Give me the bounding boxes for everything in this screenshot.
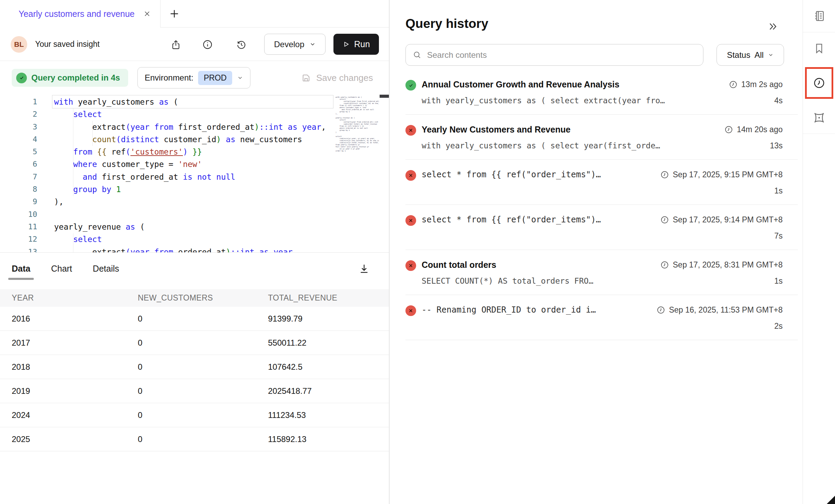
tab-data[interactable]: Data <box>12 264 30 289</box>
history-item-duration: 13s <box>770 141 783 151</box>
code-line[interactable]: and first_ordered_at is not null <box>54 171 333 183</box>
editor-code[interactable]: with yearly_customers as ( select extrac… <box>54 96 333 252</box>
sql-editor[interactable]: 12345678910111213 with yearly_customers … <box>0 95 389 252</box>
history-item-snippet: with yearly_customers as ( select year(f… <box>422 141 724 151</box>
error-x-icon <box>405 215 416 226</box>
save-icon <box>301 73 311 83</box>
search-icon <box>413 50 422 60</box>
save-changes-button[interactable]: Save changes <box>301 61 373 95</box>
code-line[interactable]: with yearly_customers as ( <box>54 96 333 108</box>
save-changes-label: Save changes <box>316 73 373 83</box>
clock-icon <box>660 170 669 179</box>
history-list: Annual Customer Growth and Revenue Analy… <box>405 74 803 340</box>
cursor-artifact <box>827 496 835 504</box>
environment-label: Environment: <box>145 73 193 83</box>
history-item[interactable]: select * from {{ ref("order_items")…Sep … <box>405 205 798 250</box>
history-item-time: Sep 17, 2025, 9:14 PM GMT+8 <box>660 215 783 224</box>
table-cell: 2016 <box>12 314 138 324</box>
line-number: 13 <box>0 246 37 252</box>
history-item[interactable]: Annual Customer Growth and Revenue Analy… <box>405 74 798 115</box>
history-item-title: select * from {{ ref("order_items")… <box>422 215 660 224</box>
code-line[interactable]: select <box>54 233 333 245</box>
code-line[interactable]: extract(year from first_ordered_at)::int… <box>54 121 333 133</box>
column-header: TOTAL_REVENUE <box>268 293 389 303</box>
code-line[interactable]: where customer_type = 'new' <box>54 158 333 170</box>
history-item[interactable]: -- Renaming ORDER_ID to order_id i…Sep 1… <box>405 295 798 340</box>
line-number: 11 <box>0 221 37 233</box>
chevron-down-icon <box>309 41 316 48</box>
close-tab-icon[interactable] <box>143 10 151 18</box>
info-icon <box>202 39 213 50</box>
info-button[interactable] <box>202 39 213 50</box>
bookmarks-button[interactable] <box>803 32 835 64</box>
history-item-duration: 1s <box>774 276 783 286</box>
code-line[interactable]: yearly_revenue as ( <box>54 221 333 233</box>
line-number: 6 <box>0 158 37 170</box>
indent-guide <box>73 108 73 196</box>
history-item-title: select * from {{ ref("order_items")… <box>422 170 660 179</box>
code-line[interactable]: count(distinct customer_id) as new_custo… <box>54 133 333 146</box>
editor-scrollbar[interactable] <box>380 95 389 252</box>
history-item-time: 14m 20s ago <box>724 125 783 134</box>
table-cell: 91399.79 <box>268 314 389 324</box>
code-line[interactable]: extract(year from ordered_at)::int as ye… <box>54 246 333 252</box>
history-item-timestamp: 13m 2s ago <box>741 80 783 89</box>
new-tab-button[interactable] <box>167 7 181 21</box>
share-button[interactable] <box>170 39 181 50</box>
search-box[interactable] <box>405 44 703 66</box>
editor-minimap[interactable]: with yearly_customers as ( select extrac… <box>336 96 379 152</box>
environment-dropdown[interactable]: Environment: PROD <box>137 67 250 88</box>
tab-details[interactable]: Details <box>93 264 119 289</box>
editor-panel: Yearly customers and revenue BL Your sav… <box>0 0 390 504</box>
panel-title: Query history <box>405 17 803 31</box>
query-status-text: Query completed in 4s <box>31 73 120 83</box>
scrollbar-thumb[interactable] <box>380 95 389 98</box>
version-history-button[interactable] <box>236 39 247 50</box>
status-filter-dropdown[interactable]: Status All <box>717 44 784 66</box>
run-button[interactable]: Run <box>333 34 379 55</box>
history-item-time: Sep 16, 2025, 11:53 PM GMT+8 <box>656 305 783 315</box>
develop-button[interactable]: Develop <box>264 34 326 55</box>
double-chevron-right-icon <box>767 21 779 32</box>
code-line[interactable]: from {{ ref('customers') }} <box>54 146 333 158</box>
status-row: Query completed in 4s Environment: PROD … <box>0 61 389 95</box>
history-item-time: 13m 2s ago <box>729 80 783 89</box>
table-cell: 0 <box>138 338 268 348</box>
chevron-down-icon <box>237 75 243 81</box>
code-line[interactable]: group by 1 <box>54 183 333 196</box>
history-item[interactable]: select * from {{ ref("order_items")…Sep … <box>405 160 798 205</box>
column-header: NEW_CUSTOMERS <box>138 293 268 303</box>
history-item-title: Count total orders <box>422 260 660 270</box>
history-item[interactable]: Yearly New Customers and Revenue14m 20s … <box>405 115 798 160</box>
table-cell: 2025 <box>12 434 138 444</box>
history-item-title: -- Renaming ORDER_ID to order_id i… <box>422 305 656 315</box>
history-item-timestamp: Sep 17, 2025, 9:14 PM GMT+8 <box>673 215 783 224</box>
line-number: 2 <box>0 108 37 120</box>
code-line[interactable]: select <box>54 108 333 120</box>
clock-icon <box>729 80 738 89</box>
tab-yearly-customers[interactable]: Yearly customers and revenue <box>0 0 161 28</box>
success-check-icon <box>405 80 416 91</box>
table-row: 201902025418.77 <box>0 379 389 403</box>
table-cell: 0 <box>138 434 268 444</box>
notebook-button[interactable] <box>803 0 835 32</box>
avatar: BL <box>11 36 27 53</box>
status-filter-value: All <box>754 50 764 60</box>
table-cell: 107642.5 <box>268 362 389 372</box>
line-number: 8 <box>0 183 37 196</box>
code-line[interactable] <box>54 208 333 221</box>
run-button-label: Run <box>354 39 370 49</box>
clock-icon <box>660 215 669 224</box>
collapse-panel-button[interactable] <box>767 21 779 33</box>
share-icon <box>171 39 181 50</box>
tab-chart[interactable]: Chart <box>51 264 72 289</box>
search-input[interactable] <box>426 50 696 60</box>
plus-icon <box>169 8 180 19</box>
line-number: 9 <box>0 196 37 208</box>
query-history-button[interactable] <box>805 67 833 99</box>
download-button[interactable] <box>358 262 370 275</box>
history-item[interactable]: Count total ordersSep 17, 2025, 8:31 PM … <box>405 250 798 295</box>
explore-button[interactable] <box>803 102 835 134</box>
code-line[interactable]: ), <box>54 196 333 208</box>
environment-value-badge: PROD <box>198 71 232 85</box>
